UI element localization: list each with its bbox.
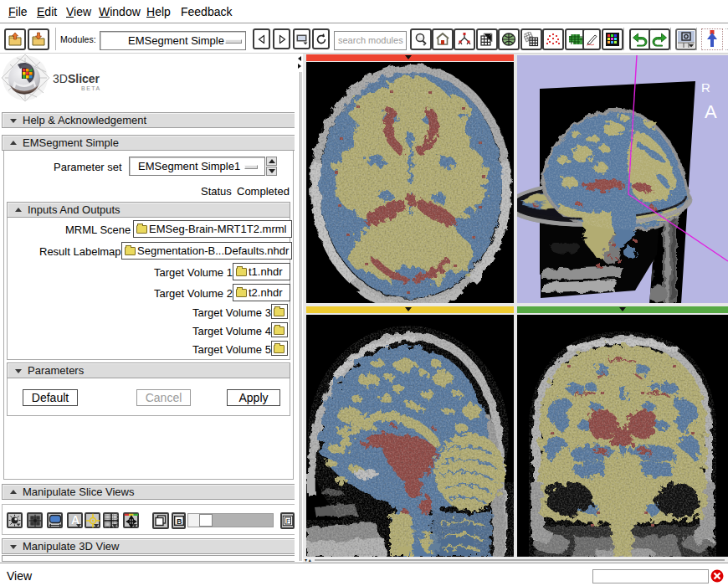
svg-text:R: R [701, 80, 710, 95]
svg-text:F: F [285, 517, 290, 525]
svg-text:B: B [177, 517, 182, 526]
svg-text:A: A [705, 101, 717, 122]
